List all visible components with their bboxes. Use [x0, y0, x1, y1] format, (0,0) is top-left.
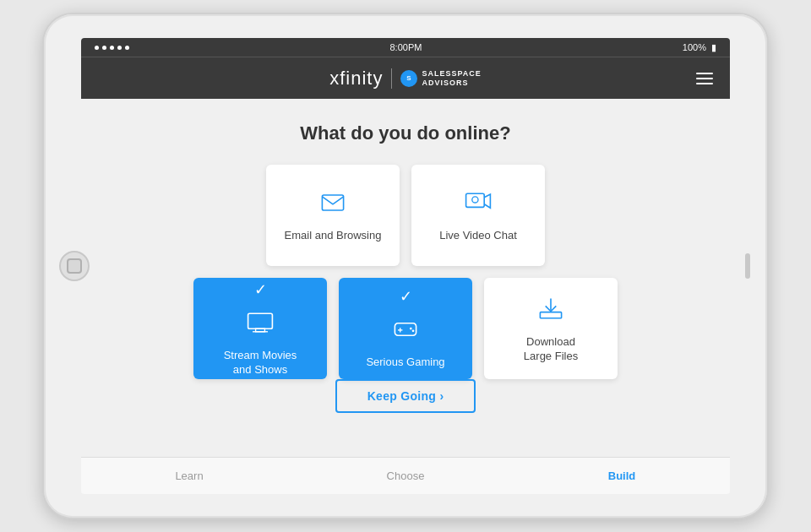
gaming-icon	[390, 314, 421, 349]
nav-divider	[391, 68, 392, 89]
signal-dot-2	[102, 46, 106, 50]
svg-rect-1	[466, 193, 485, 207]
battery-percentage: 100%	[683, 42, 706, 52]
status-time: 8:00PM	[389, 42, 422, 52]
battery-icon: ▮	[711, 42, 716, 53]
bottom-nav: Learn Choose Build	[81, 457, 730, 494]
page-title: What do you do online?	[300, 122, 510, 144]
hamburger-line-3	[696, 83, 713, 84]
nav-learn[interactable]: Learn	[81, 458, 297, 494]
option-serious-gaming[interactable]: ✓ Serious Gaming	[339, 278, 472, 379]
main-content: What do you do online? Email and Browsin…	[81, 99, 730, 457]
svg-point-9	[410, 328, 412, 330]
serious-gaming-label: Serious Gaming	[366, 356, 444, 370]
svg-rect-11	[540, 312, 561, 318]
email-icon	[318, 187, 348, 222]
signal-dots	[95, 46, 129, 50]
video-chat-icon	[463, 187, 493, 222]
nav-choose[interactable]: Choose	[297, 458, 514, 494]
signal-dot-5	[125, 46, 129, 50]
download-files-label: DownloadLarge Files	[524, 335, 578, 364]
navbar: xfinity S SALESSPACE ADVISORS	[81, 57, 730, 99]
ipad-screen: 8:00PM 100% ▮ xfinity S SALESSPACE ADVIS…	[81, 38, 730, 494]
option-email-browsing[interactable]: Email and Browsing	[266, 165, 400, 266]
nav-build-label: Build	[608, 470, 636, 482]
signal-dot-4	[117, 46, 122, 50]
stream-movies-label: Stream Moviesand Shows	[224, 349, 297, 377]
keep-going-button[interactable]: Keep Going ›	[335, 379, 476, 413]
svg-point-2	[472, 197, 478, 203]
home-button[interactable]	[59, 251, 90, 281]
live-video-chat-label: Live Video Chat	[439, 229, 517, 243]
options-row-top: Email and Browsing Live Video Chat	[266, 165, 545, 266]
nav-choose-label: Choose	[387, 470, 425, 482]
option-stream-movies[interactable]: ✓ Stream Moviesand Shows	[193, 278, 327, 379]
svg-point-10	[412, 329, 415, 332]
signal-dot-3	[110, 46, 114, 50]
salesspace-logo: S SALESSPACE ADVISORS	[400, 69, 481, 88]
ipad-shell: 8:00PM 100% ▮ xfinity S SALESSPACE ADVIS…	[42, 13, 769, 519]
hamburger-menu[interactable]	[693, 69, 716, 88]
download-icon	[536, 294, 566, 328]
salesspace-icon: S	[400, 70, 417, 87]
status-right: 100% ▮	[683, 42, 716, 53]
side-button[interactable]	[745, 253, 750, 279]
salesspace-text: SALESSPACE ADVISORS	[422, 69, 481, 88]
stream-icon	[245, 307, 275, 342]
hamburger-line-1	[696, 73, 713, 74]
stream-movies-checkmark: ✓	[254, 280, 267, 299]
svg-rect-6	[395, 323, 416, 335]
navbar-brand: xfinity S SALESSPACE ADVISORS	[329, 68, 482, 90]
status-bar: 8:00PM 100% ▮	[81, 38, 730, 57]
nav-build[interactable]: Build	[514, 458, 730, 494]
svg-rect-0	[322, 195, 343, 210]
hamburger-line-2	[696, 78, 713, 79]
xfinity-logo: xfinity	[329, 68, 383, 90]
option-download-files[interactable]: DownloadLarge Files	[484, 278, 618, 379]
svg-rect-3	[248, 313, 273, 328]
home-button-inner	[67, 258, 82, 274]
signal-dot-1	[95, 46, 99, 50]
serious-gaming-checkmark: ✓	[400, 287, 412, 306]
option-live-video-chat[interactable]: Live Video Chat	[411, 165, 545, 266]
nav-learn-label: Learn	[175, 470, 203, 482]
options-row-bottom: ✓ Stream Moviesand Shows ✓	[193, 278, 618, 379]
email-browsing-label: Email and Browsing	[285, 229, 382, 243]
